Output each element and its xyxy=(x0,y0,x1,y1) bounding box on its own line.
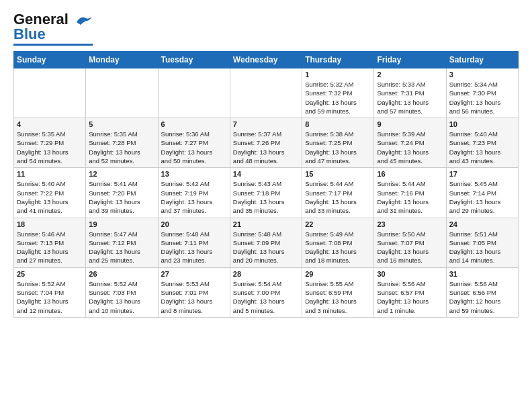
calendar-cell: 22Sunrise: 5:49 AMSunset: 7:08 PMDayligh… xyxy=(302,218,374,267)
day-info-line: Sunset: 7:20 PM xyxy=(89,189,136,197)
day-number: 13 xyxy=(161,170,227,178)
calendar-cell: 24Sunrise: 5:51 AMSunset: 7:05 PMDayligh… xyxy=(446,218,518,267)
day-info-line: Daylight: 13 hours xyxy=(233,198,285,205)
day-info-line: Sunset: 7:03 PM xyxy=(89,289,136,296)
day-info-line: Daylight: 13 hours xyxy=(161,248,213,255)
day-number: 12 xyxy=(89,170,154,178)
calendar-cell: 20Sunrise: 5:48 AMSunset: 7:11 PMDayligh… xyxy=(158,218,230,267)
calendar-cell: 3Sunrise: 5:34 AMSunset: 7:30 PMDaylight… xyxy=(446,68,518,118)
calendar-cell: 13Sunrise: 5:42 AMSunset: 7:19 PMDayligh… xyxy=(158,168,230,218)
calendar-header-wednesday: Wednesday xyxy=(230,52,302,68)
day-number: 28 xyxy=(233,270,299,278)
day-info-line: Daylight: 13 hours xyxy=(449,248,501,255)
calendar-cell: 31Sunrise: 5:56 AMSunset: 6:56 PMDayligh… xyxy=(446,267,518,317)
calendar-cell: 19Sunrise: 5:47 AMSunset: 7:12 PMDayligh… xyxy=(86,218,158,267)
calendar-header-thursday: Thursday xyxy=(302,52,374,68)
day-info-line: Sunset: 7:11 PM xyxy=(161,239,208,246)
day-info-line: and 12 minutes. xyxy=(17,307,62,314)
day-info-line: Daylight: 13 hours xyxy=(161,298,213,305)
day-info-line: Sunrise: 5:35 AM xyxy=(17,130,65,138)
day-info-line: Sunrise: 5:49 AM xyxy=(305,230,353,238)
day-info-line: and 14 minutes. xyxy=(449,257,495,264)
day-info-line: Sunset: 7:31 PM xyxy=(377,89,424,97)
day-info-line: Daylight: 13 hours xyxy=(17,198,69,205)
day-info-line: Sunset: 6:57 PM xyxy=(377,289,424,296)
calendar-week-row: 1Sunrise: 5:32 AMSunset: 7:32 PMDaylight… xyxy=(14,68,519,118)
calendar-cell: 7Sunrise: 5:37 AMSunset: 7:26 PMDaylight… xyxy=(230,118,302,168)
day-info-line: Sunrise: 5:47 AM xyxy=(89,230,137,238)
day-number: 27 xyxy=(161,270,227,278)
page-header: General Blue xyxy=(13,11,519,46)
day-number: 8 xyxy=(305,120,371,128)
day-content: Sunrise: 5:40 AMSunset: 7:22 PMDaylight:… xyxy=(17,179,83,215)
day-number: 29 xyxy=(305,270,371,278)
day-info-line: Sunrise: 5:43 AM xyxy=(233,180,281,187)
day-number: 9 xyxy=(377,120,443,128)
day-number: 30 xyxy=(377,270,443,278)
day-info-line: Sunset: 7:30 PM xyxy=(449,89,496,97)
day-info-line: Daylight: 13 hours xyxy=(377,99,429,106)
calendar-header-row: SundayMondayTuesdayWednesdayThursdayFrid… xyxy=(14,52,519,68)
day-info-line: Daylight: 13 hours xyxy=(89,148,140,156)
day-info-line: and 3 minutes. xyxy=(305,307,347,314)
calendar-cell: 21Sunrise: 5:48 AMSunset: 7:09 PMDayligh… xyxy=(230,218,302,267)
day-content: Sunrise: 5:32 AMSunset: 7:32 PMDaylight:… xyxy=(305,80,371,116)
day-content: Sunrise: 5:56 AMSunset: 6:57 PMDaylight:… xyxy=(377,279,443,315)
day-info-line: and 47 minutes. xyxy=(305,157,351,165)
day-content: Sunrise: 5:47 AMSunset: 7:12 PMDaylight:… xyxy=(89,230,154,265)
calendar-cell: 6Sunrise: 5:36 AMSunset: 7:27 PMDaylight… xyxy=(158,118,230,168)
day-number: 18 xyxy=(17,220,83,228)
calendar-header-monday: Monday xyxy=(86,52,158,68)
calendar-cell: 4Sunrise: 5:35 AMSunset: 7:29 PMDaylight… xyxy=(14,118,86,168)
day-info-line: Sunset: 7:01 PM xyxy=(161,289,208,296)
day-info-line: Sunset: 7:17 PM xyxy=(305,189,352,197)
calendar-cell xyxy=(158,68,230,118)
day-content: Sunrise: 5:43 AMSunset: 7:18 PMDaylight:… xyxy=(233,179,299,215)
day-info-line: Sunset: 7:22 PM xyxy=(17,189,64,197)
day-info-line: and 31 minutes. xyxy=(377,207,423,214)
day-number: 6 xyxy=(161,120,227,128)
day-info-line: Sunset: 7:26 PM xyxy=(233,139,280,146)
day-info-line: Sunset: 7:00 PM xyxy=(233,289,280,296)
calendar-header-saturday: Saturday xyxy=(446,52,518,68)
calendar-cell: 27Sunrise: 5:53 AMSunset: 7:01 PMDayligh… xyxy=(158,267,230,317)
day-info-line: Daylight: 13 hours xyxy=(305,298,357,305)
day-info-line: Sunrise: 5:56 AM xyxy=(377,280,425,287)
day-info-line: Daylight: 13 hours xyxy=(233,298,285,305)
day-info-line: Sunrise: 5:44 AM xyxy=(305,180,353,187)
calendar-header-tuesday: Tuesday xyxy=(158,52,230,68)
calendar-cell xyxy=(230,68,302,118)
day-number: 10 xyxy=(449,120,515,128)
day-number: 15 xyxy=(305,170,371,178)
day-info-line: and 57 minutes. xyxy=(377,107,423,115)
day-content: Sunrise: 5:37 AMSunset: 7:26 PMDaylight:… xyxy=(233,130,299,165)
day-info-line: Sunrise: 5:40 AM xyxy=(17,180,65,187)
day-number: 21 xyxy=(233,220,299,228)
day-content: Sunrise: 5:52 AMSunset: 7:03 PMDaylight:… xyxy=(89,279,154,315)
day-info-line: Sunset: 7:18 PM xyxy=(233,189,280,197)
day-number: 16 xyxy=(377,170,443,178)
day-content: Sunrise: 5:48 AMSunset: 7:09 PMDaylight:… xyxy=(233,230,299,265)
calendar-cell: 10Sunrise: 5:40 AMSunset: 7:23 PMDayligh… xyxy=(446,118,518,168)
day-info-line: Sunrise: 5:32 AM xyxy=(305,81,353,88)
day-info-line: Daylight: 13 hours xyxy=(161,198,213,205)
day-content: Sunrise: 5:42 AMSunset: 7:19 PMDaylight:… xyxy=(161,179,227,215)
calendar-cell xyxy=(86,68,158,118)
calendar-cell: 15Sunrise: 5:44 AMSunset: 7:17 PMDayligh… xyxy=(302,168,374,218)
day-content: Sunrise: 5:51 AMSunset: 7:05 PMDaylight:… xyxy=(449,230,515,265)
day-info-line: Sunrise: 5:38 AM xyxy=(305,130,353,138)
day-info-line: Daylight: 13 hours xyxy=(305,148,357,156)
day-content: Sunrise: 5:53 AMSunset: 7:01 PMDaylight:… xyxy=(161,279,227,315)
day-content: Sunrise: 5:55 AMSunset: 6:59 PMDaylight:… xyxy=(305,279,371,315)
day-info-line: and 16 minutes. xyxy=(377,257,423,264)
day-info-line: Sunrise: 5:54 AM xyxy=(233,280,281,287)
day-content: Sunrise: 5:36 AMSunset: 7:27 PMDaylight:… xyxy=(161,130,227,165)
day-info-line: Sunset: 7:12 PM xyxy=(89,239,136,246)
day-content: Sunrise: 5:35 AMSunset: 7:29 PMDaylight:… xyxy=(17,130,83,165)
day-info-line: and 27 minutes. xyxy=(17,257,62,264)
calendar-week-row: 11Sunrise: 5:40 AMSunset: 7:22 PMDayligh… xyxy=(14,168,519,218)
day-content: Sunrise: 5:49 AMSunset: 7:08 PMDaylight:… xyxy=(305,230,371,265)
logo: General Blue xyxy=(13,11,93,46)
day-number: 17 xyxy=(449,170,515,178)
calendar-cell: 29Sunrise: 5:55 AMSunset: 6:59 PMDayligh… xyxy=(302,267,374,317)
